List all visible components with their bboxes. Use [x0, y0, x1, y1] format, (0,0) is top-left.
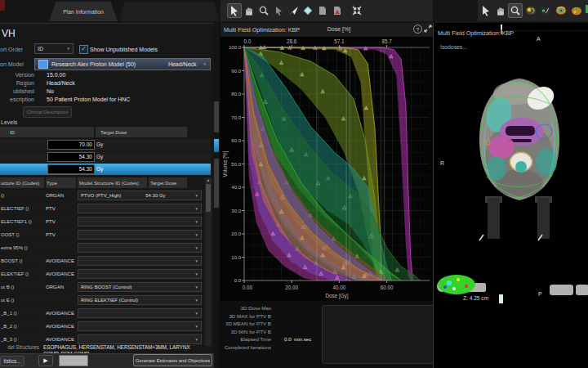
dose-level-row[interactable]: 70.00 Gy	[0, 139, 211, 150]
dose-level-row[interactable]: 54.30 Gy	[0, 151, 211, 163]
model-structure-dropdown[interactable]: ▼	[78, 230, 202, 240]
chevron-down-icon: ▼	[67, 47, 70, 51]
svg-text:Volume [%]: Volume [%]	[222, 150, 229, 177]
dose-input[interactable]: 70.00	[47, 140, 95, 150]
structure-row: _B_1 ()AVOIDANCE▼	[0, 307, 204, 320]
chevron-down-icon: ▼	[195, 272, 198, 276]
tab-secondary[interactable]	[119, 2, 219, 21]
pointer-arrow-icon[interactable]	[286, 3, 301, 18]
zoom-magnifier-icon[interactable]	[256, 3, 271, 18]
tab-plan-information[interactable]: Plan Information	[49, 2, 118, 21]
structure-table-scrollbar[interactable]: ▲	[205, 177, 212, 346]
scroll-up-icon[interactable]: ▲	[205, 177, 212, 183]
pan-hand-icon[interactable]	[493, 3, 508, 18]
svg-text:100.0: 100.0	[229, 45, 242, 50]
model-structure-dropdown[interactable]: ▼	[78, 217, 202, 227]
slice-z-position: Z: 4.25 cm	[463, 295, 489, 301]
tab-label: Plan Information	[63, 9, 104, 15]
scroll-thumb-active[interactable]	[214, 139, 219, 152]
dose-input[interactable]: 54.30	[47, 164, 95, 174]
svg-text:20.0: 20.0	[231, 231, 241, 236]
info-label: Version	[0, 72, 34, 78]
show-unpublished-label: Show Unpublished Models	[90, 47, 158, 52]
probe-icon[interactable]	[538, 3, 553, 18]
structure-type: AVOIDANCE	[46, 272, 77, 276]
model-structure-dropdown[interactable]: PTVO (PTV_High)54.30 Gy▼	[78, 191, 202, 200]
structure-id: ELEKTIEF ()	[1, 272, 43, 276]
page-icon[interactable]	[315, 3, 330, 18]
left-panel-scrollbar[interactable]	[214, 23, 220, 368]
struct-header-dose: Target Dose	[149, 177, 188, 188]
colorwash-icon[interactable]	[569, 3, 584, 18]
structure-id: _B_3 ()	[1, 337, 43, 342]
diamond-icon[interactable]	[301, 3, 315, 18]
dose-level-row-selected[interactable]: 54.30 Gy	[0, 164, 211, 175]
status-block: 3D Dose Max 3D MAX for PTV B 3D MEAN for…	[222, 305, 318, 352]
dvh-chart[interactable]: 0.000.020.0028.640.0057.160.0085.7100.09…	[220, 37, 433, 301]
scroll-thumb[interactable]	[206, 184, 211, 212]
model-structure-dropdown[interactable]: ▼	[78, 243, 202, 253]
structure-id: BOOST ()	[1, 258, 43, 263]
select-icon[interactable]	[479, 3, 493, 18]
structures-icon[interactable]	[523, 3, 538, 18]
ct-axial-image[interactable]: A R P Z: 4.25 cm	[434, 23, 588, 304]
chevron-down-icon: ▼	[195, 233, 198, 237]
model-structure-dropdown[interactable]: ▼	[78, 321, 202, 331]
structure-row: ot B ()ORGANRING BOOST (Control)▼	[0, 281, 204, 294]
generate-estimates-button[interactable]: Generate Estimates and Objectives	[133, 354, 212, 366]
ct-view-panel[interactable]: A R P Z: 4.25 cm Multi Field Optimizatio…	[433, 23, 588, 368]
play-button[interactable]: ▶	[38, 355, 53, 366]
structure-id: OOST ()	[1, 232, 43, 237]
select-icon[interactable]	[227, 3, 242, 18]
chevron-down-icon: ▼	[195, 298, 198, 303]
svg-text:Dose [Gy]: Dose [Gy]	[326, 293, 349, 299]
structure-type: PTV	[46, 232, 77, 237]
struct-header-model: Model Structure ID (Codes)	[78, 177, 148, 188]
chevron-down-icon: ▼	[195, 338, 198, 342]
collapse-icon[interactable]	[350, 3, 364, 18]
svg-text:30.0: 30.0	[231, 209, 241, 213]
help-icon[interactable]: ?	[413, 25, 422, 34]
model-site: Head/Neck	[168, 61, 197, 67]
statistics-button[interactable]: tistics...	[0, 356, 24, 366]
cursor-icon[interactable]	[271, 3, 286, 18]
model-structure-dropdown[interactable]: RING BOOST (Control)▼	[78, 282, 202, 292]
clinical-description-button[interactable]: Clinical Description	[23, 106, 72, 118]
structure-id: _B_2 ()	[1, 324, 43, 329]
zoom-magnifier-icon[interactable]	[508, 3, 523, 18]
show-unpublished-checkbox[interactable]: ✓	[79, 45, 88, 54]
dose-input[interactable]: 54.30	[47, 152, 95, 162]
ct-title: Multi Field Optimization: KBP	[436, 29, 515, 37]
chevron-down-icon: ▼	[195, 194, 198, 198]
model-structure-value: RING ELEKTIEF (Control)	[81, 298, 138, 303]
chevron-down-icon: ▼	[195, 220, 198, 224]
chevron-down-icon: ▼	[195, 246, 198, 250]
structure-id: ot B ()	[1, 285, 43, 289]
dose-table-header-dose: Target Dose	[96, 127, 188, 137]
model-structure-dropdown[interactable]: ▼	[78, 269, 202, 279]
svg-text:70.0: 70.0	[231, 115, 241, 120]
structure-id: _B_1 ()	[1, 311, 43, 316]
slice-slider-handle[interactable]	[499, 294, 503, 303]
sort-order-dropdown[interactable]: ID ▼	[34, 43, 74, 54]
info-value: No	[47, 88, 54, 94]
orientation-anterior: A	[537, 36, 541, 42]
isodoses-button[interactable]: Isodoses...	[440, 44, 467, 50]
model-structure-dropdown[interactable]: ▼	[78, 256, 202, 266]
model-structure-dropdown[interactable]: ▼	[78, 334, 202, 344]
model-structure-dropdown[interactable]: RING ELEKTIEF (Control)▼	[78, 295, 202, 305]
page-red-icon[interactable]	[330, 3, 345, 18]
model-structure-dropdown[interactable]: ▼	[78, 204, 202, 213]
visibility-icon[interactable]	[554, 3, 568, 18]
model-structure-dropdown[interactable]: ▼	[78, 308, 202, 318]
expand-icon[interactable]	[424, 25, 432, 34]
sort-order-value: ID	[38, 46, 43, 52]
pan-hand-icon[interactable]	[242, 3, 256, 18]
structure-type: PTV	[46, 206, 77, 211]
status-label: 3D MAX for PTV B	[229, 313, 271, 319]
levels-label: Levels	[1, 119, 17, 125]
model-structures-label: del Structures	[0, 344, 39, 350]
svg-text:90.0: 90.0	[231, 69, 241, 74]
proton-model-selector[interactable]: Research Alex Proton Model (50) Head/Nec…	[34, 58, 211, 70]
dose-unit: Gy	[96, 154, 103, 159]
